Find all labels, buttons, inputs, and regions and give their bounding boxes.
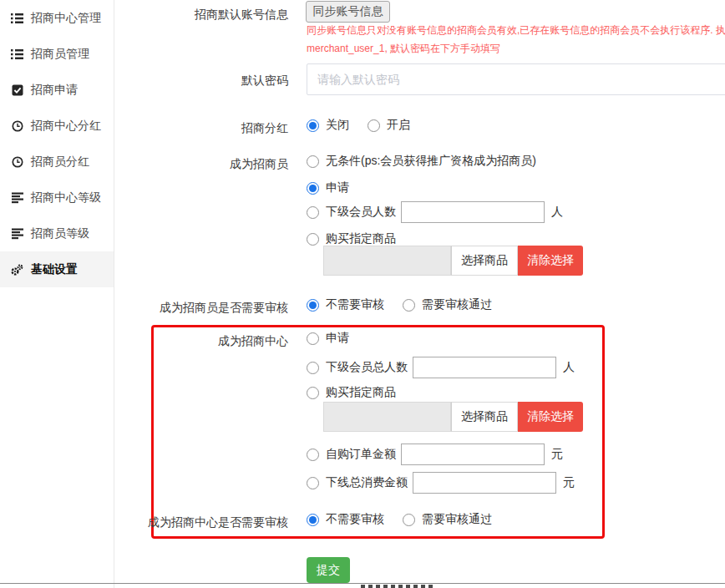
agent-option-buy-product[interactable]: 购买指定商品 <box>307 231 396 246</box>
total-sub-members-input[interactable] <box>413 357 556 378</box>
center-option-self-order-amount[interactable]: 自购订单金额 元 <box>307 444 563 465</box>
radio-unconditional[interactable] <box>307 155 319 168</box>
account-info-label: 招商默认账号信息 <box>0 6 288 23</box>
radio-label: 不需要审核 <box>326 512 384 527</box>
sync-help-line1: 同步账号信息只对没有账号信息的招商会员有效,已存在账号信息的招商会员不会执行该程… <box>307 23 725 37</box>
default-password-input[interactable] <box>307 63 725 95</box>
agent-review-options: 不需要审核 需要审核通过 <box>307 297 492 312</box>
radio-label: 下级会员人数 <box>326 205 396 220</box>
center-review-options: 不需要审核 需要审核通过 <box>307 512 492 527</box>
cogs-icon <box>11 264 23 276</box>
radio-total-sub-members[interactable] <box>307 362 319 374</box>
sidebar-item-label: 基础设置 <box>31 262 78 277</box>
unit-suffix: 元 <box>563 475 575 490</box>
radio-label: 自购订单金额 <box>326 447 396 462</box>
become-center-label: 成为招商中心 <box>0 332 288 349</box>
list-icon <box>11 48 23 60</box>
radio-label: 申请 <box>326 180 349 195</box>
radio-center-need-review[interactable] <box>403 514 415 526</box>
default-password-label: 默认密码 <box>0 72 288 89</box>
sidebar-item-label: 招商员等级 <box>31 226 89 241</box>
agent-product-field <box>323 246 451 276</box>
radio-label: 申请 <box>326 331 349 346</box>
radio-label: 不需要审核 <box>326 297 384 312</box>
become-agent-label: 成为招商员 <box>0 155 288 172</box>
radio-label: 购买指定商品 <box>326 231 396 246</box>
sync-help-line2: merchant_user_1, 默认密码在下方手动填写 <box>307 42 725 55</box>
sidebar-item-basic-settings[interactable]: 基础设置 <box>0 251 114 287</box>
radio-label: 下线总消费金额 <box>326 475 408 490</box>
center-select-product-button[interactable]: 选择商品 <box>451 402 518 432</box>
radio-sub-member-count[interactable] <box>307 206 319 219</box>
radio-agent-no-review[interactable] <box>307 299 319 312</box>
downline-total-spend-input[interactable] <box>413 472 556 494</box>
unit-suffix: 元 <box>551 447 563 462</box>
submit-button[interactable]: 提交 <box>307 557 350 583</box>
radio-agent-need-review[interactable] <box>403 299 415 312</box>
center-review-label: 成为招商中心是否需要审核 <box>0 514 288 530</box>
radio-label: 下级会员总人数 <box>326 360 408 375</box>
merchant-settings-page: 招商中心管理 招商员管理 招商申请 招商中心分红 招商员分红 <box>0 0 725 588</box>
agent-option-apply[interactable]: 申请 <box>307 180 349 195</box>
radio-label: 需要审核通过 <box>422 512 492 527</box>
radio-label: 开启 <box>387 118 410 133</box>
radio-label: 购买指定商品 <box>326 385 396 400</box>
align-left-icon <box>11 228 23 240</box>
sidebar-item-center-level[interactable]: 招商中心等级 <box>0 180 114 215</box>
sub-member-count-input[interactable] <box>401 201 545 223</box>
radio-center-apply[interactable] <box>307 332 319 345</box>
radio-dividend-off[interactable] <box>307 119 319 132</box>
radio-buy-product[interactable] <box>307 233 319 246</box>
center-clear-selection-button[interactable]: 清除选择 <box>518 402 583 432</box>
center-option-downline-total-spend[interactable]: 下线总消费金额 元 <box>307 472 575 494</box>
center-product-field <box>323 402 451 432</box>
radio-self-order-amount[interactable] <box>307 449 319 461</box>
radio-apply[interactable] <box>307 182 319 195</box>
unit-suffix: 人 <box>551 205 563 220</box>
center-product-picker: 选择商品 清除选择 <box>323 402 583 432</box>
center-option-apply[interactable]: 申请 <box>307 331 349 346</box>
dividend-options: 关闭 开启 <box>307 118 410 133</box>
self-order-amount-input[interactable] <box>401 444 545 465</box>
clipped-footer-text <box>361 585 436 588</box>
align-left-icon <box>11 192 23 204</box>
agent-option-unconditional[interactable]: 无条件(ps:会员获得推广资格成为招商员) <box>307 154 536 169</box>
dividend-label: 招商分红 <box>0 119 288 136</box>
agent-product-picker: 选择商品 清除选择 <box>323 246 583 276</box>
center-option-total-sub-members[interactable]: 下级会员总人数 人 <box>307 357 575 378</box>
radio-label: 需要审核通过 <box>422 297 492 312</box>
radio-center-buy-product[interactable] <box>307 387 319 399</box>
radio-label: 关闭 <box>326 118 349 133</box>
agent-clear-selection-button[interactable]: 清除选择 <box>518 246 583 276</box>
center-option-buy-product[interactable]: 购买指定商品 <box>307 385 396 400</box>
agent-select-product-button[interactable]: 选择商品 <box>451 246 518 276</box>
sync-account-button[interactable]: 同步账号信息 <box>306 1 390 23</box>
radio-label: 无条件(ps:会员获得推广资格成为招商员) <box>326 154 536 169</box>
sidebar-item-merchant-staff-management[interactable]: 招商员管理 <box>0 36 114 72</box>
radio-downline-total-spend[interactable] <box>307 477 319 489</box>
agent-option-sub-member-count[interactable]: 下级会员人数 人 <box>307 201 563 223</box>
agent-review-label: 成为招商员是否需要审核 <box>0 299 288 316</box>
footer-divider <box>0 583 725 584</box>
sidebar-item-staff-level[interactable]: 招商员等级 <box>0 215 114 251</box>
sidebar-item-label: 招商员管理 <box>31 47 89 62</box>
radio-center-no-review[interactable] <box>307 514 319 526</box>
sidebar-item-label: 招商中心等级 <box>31 190 101 205</box>
unit-suffix: 人 <box>563 360 575 375</box>
radio-dividend-on[interactable] <box>368 119 380 132</box>
